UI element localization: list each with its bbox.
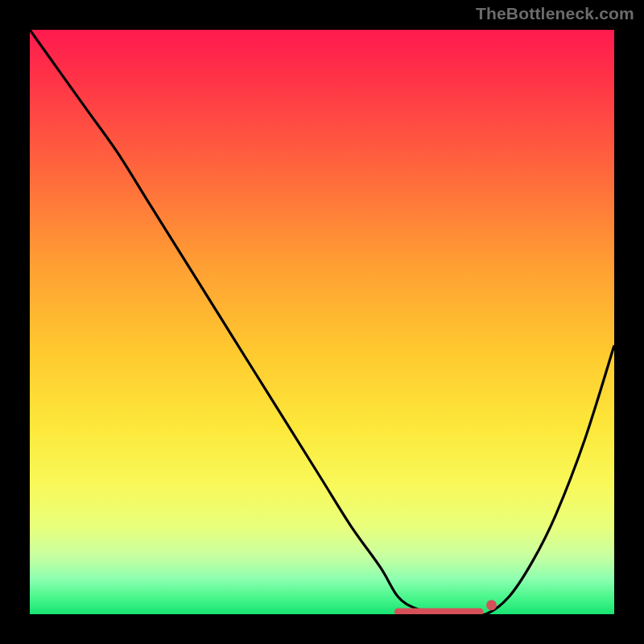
plot-area bbox=[30, 30, 614, 614]
watermark-text: TheBottleneck.com bbox=[476, 4, 634, 23]
chart-frame: TheBottleneck.com bbox=[0, 0, 644, 644]
svg-point-1 bbox=[486, 600, 497, 610]
bottleneck-curve bbox=[30, 30, 614, 614]
